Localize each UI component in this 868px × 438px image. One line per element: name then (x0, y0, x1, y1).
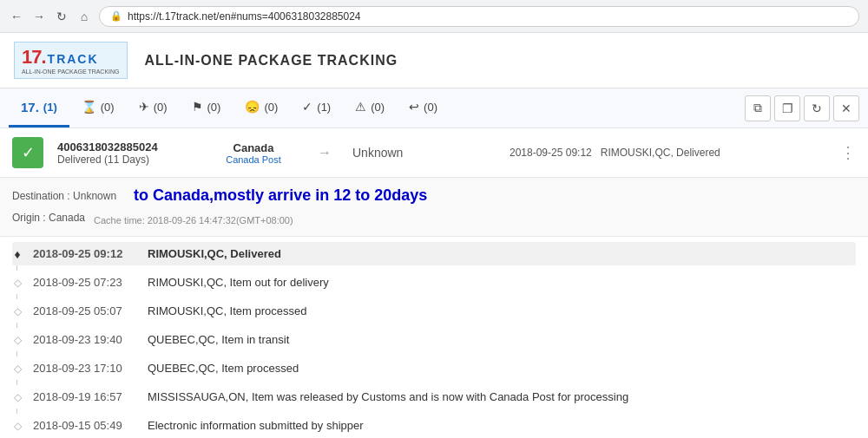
tab-returned-count: (0) (424, 101, 437, 114)
tab-bar: 17. (1) ⌛ (0) ✈ (0) ⚑ (0) 😞 (0) ✓ (1) ⚠ … (0, 88, 868, 128)
tab-actions: ⧉ ❐ ↻ ✕ (745, 95, 859, 121)
timeline-item: ◇2018-09-15 05:49Electronic information … (12, 414, 856, 437)
timeline-description: RIMOUSKI,QC, Item processed (148, 304, 307, 317)
timeline-time: 2018-09-19 16:57 (33, 390, 137, 403)
timeline: ♦2018-09-25 09:12RIMOUSKI,QC, Delivered◇… (0, 237, 868, 438)
timeline-item: ◇2018-09-25 07:23RIMOUSKI,QC, Item out f… (12, 271, 856, 294)
dot-empty-icon: ◇ (12, 392, 23, 402)
tab-alert-icon: ⚠ (355, 100, 366, 114)
event-location: RIMOUSKI,QC, Delivered (601, 147, 720, 159)
timeline-description: RIMOUSKI,QC, Item out for delivery (148, 276, 329, 289)
tab-action-save[interactable]: ❐ (774, 95, 800, 121)
timeline-item: ♦2018-09-25 09:12RIMOUSKI,QC, Delivered (12, 242, 856, 265)
cache-info: Cache time: 2018-09-26 14:47:32(GMT+08:0… (94, 215, 293, 227)
tab-all-count: (1) (43, 101, 57, 114)
tab-in-transit[interactable]: ✈ (0) (127, 88, 180, 127)
destination-info: Destination : Unknown (12, 190, 116, 202)
site-header: 17. TRACK ALL-IN-ONE PACKAGE TRACKING AL… (0, 33, 868, 88)
tab-pending-icon: ⌛ (82, 100, 96, 114)
tab-transit-count: (0) (154, 101, 168, 114)
site-title: ALL-IN-ONE PACKAGE TRACKING (145, 53, 398, 69)
detail-section: Destination : Unknown to Canada,mostly a… (0, 178, 868, 237)
timeline-description: Electronic information submitted by ship… (148, 419, 364, 432)
main-content: ✓ 4006318032885024 Delivered (11 Days) C… (0, 128, 868, 438)
timeline-time: 2018-09-23 17:10 (33, 362, 137, 375)
logo-box: 17. TRACK ALL-IN-ONE PACKAGE TRACKING (14, 42, 128, 79)
expand-button[interactable]: ⋮ (840, 143, 856, 162)
tab-undelivered-icon: 😞 (245, 100, 260, 114)
timeline-description: QUEBEC,QC, Item processed (148, 362, 299, 375)
carrier-service: Canada Post (210, 154, 297, 165)
timeline-item: ◇2018-09-25 05:07RIMOUSKI,QC, Item proce… (12, 299, 856, 323)
dot-filled-icon: ♦ (12, 249, 23, 259)
browser-bar: ← → ↻ ⌂ 🔒 https://t.17track.net/en#nums=… (0, 0, 868, 33)
timeline-item: ◇2018-09-23 17:10QUEBEC,QC, Item process… (12, 356, 856, 380)
tab-returned[interactable]: ↩ (0) (397, 88, 450, 127)
address-bar[interactable]: 🔒 https://t.17track.net/en#nums=40063180… (99, 6, 859, 27)
timeline-time: 2018-09-25 09:12 (33, 247, 137, 260)
logo-subtitle: ALL-IN-ONE PACKAGE TRACKING (22, 69, 120, 75)
tab-delivered[interactable]: ✓ (1) (290, 88, 343, 127)
tracking-status: Delivered (11 Days) (57, 154, 196, 166)
tab-returned-icon: ↩ (409, 100, 419, 114)
tab-pending[interactable]: ⌛ (0) (69, 88, 127, 127)
tracking-info: 4006318032885024 Delivered (11 Days) (57, 141, 196, 166)
reload-button[interactable]: ↻ (54, 9, 69, 24)
timeline-description: RIMOUSKI,QC, Delivered (148, 247, 281, 260)
tab-pending-count: (0) (101, 101, 115, 114)
lock-icon: 🔒 (110, 10, 122, 22)
package-row: ✓ 4006318032885024 Delivered (11 Days) C… (0, 128, 868, 178)
dot-empty-icon: ◇ (12, 306, 23, 317)
tab-pickup-count: (0) (207, 101, 221, 114)
tracking-number: 4006318032885024 (57, 141, 196, 154)
tab-delivered-count: (1) (317, 101, 331, 114)
carrier-name: Canada (210, 141, 297, 154)
destination: Unknown (352, 146, 422, 160)
timeline-description: QUEBEC,QC, Item in transit (148, 333, 289, 346)
status-delivered-icon: ✓ (12, 137, 43, 168)
tab-all[interactable]: 17. (1) (9, 88, 69, 127)
tab-pickup-icon: ⚑ (192, 100, 203, 114)
event-info: 2018-09-25 09:12 RIMOUSKI,QC, Delivered (510, 147, 753, 159)
dot-empty-icon: ◇ (12, 335, 23, 345)
timeline-item: ◇2018-09-23 19:40QUEBEC,QC, Item in tran… (12, 328, 856, 351)
tab-all-icon: 17. (21, 100, 39, 114)
forward-button[interactable]: → (31, 9, 47, 24)
dot-empty-icon: ◇ (12, 363, 23, 374)
back-button[interactable]: ← (9, 9, 24, 24)
tab-alert-count: (0) (371, 101, 385, 114)
tab-transit-icon: ✈ (139, 100, 149, 114)
home-button[interactable]: ⌂ (76, 9, 92, 24)
dot-empty-icon: ◇ (12, 421, 23, 431)
logo-area: 17. TRACK ALL-IN-ONE PACKAGE TRACKING (14, 42, 128, 79)
tab-undelivered-count: (0) (264, 101, 278, 114)
carrier-info: Canada Canada Post (210, 141, 297, 165)
timeline-time: 2018-09-23 19:40 (33, 333, 137, 346)
logo-17: 17. (22, 46, 46, 69)
tab-action-copy[interactable]: ⧉ (745, 95, 771, 121)
logo-track: TRACK (48, 52, 99, 66)
timeline-description: MISSISSAUGA,ON, Item was released by Cus… (148, 390, 628, 403)
timeline-time: 2018-09-15 05:49 (33, 419, 137, 432)
timeline-time: 2018-09-25 07:23 (33, 276, 137, 289)
tab-pickup[interactable]: ⚑ (0) (180, 88, 233, 127)
promo-text: to Canada,mostly arrive in 12 to 20days (134, 186, 427, 205)
arrow-icon: → (318, 145, 332, 160)
origin-info: Origin : Canada (12, 212, 85, 224)
tab-delivered-icon: ✓ (302, 100, 312, 114)
tab-alert[interactable]: ⚠ (0) (343, 88, 397, 127)
tab-action-close[interactable]: ✕ (833, 95, 859, 121)
timeline-time: 2018-09-25 05:07 (33, 304, 137, 317)
tab-undelivered[interactable]: 😞 (0) (233, 88, 290, 127)
tab-action-refresh[interactable]: ↻ (804, 95, 830, 121)
event-time: 2018-09-25 09:12 (510, 147, 592, 159)
dot-empty-icon: ◇ (12, 278, 23, 288)
url-text: https://t.17track.net/en#nums=4006318032… (128, 10, 361, 23)
timeline-item: ◇2018-09-19 16:57MISSISSAUGA,ON, Item wa… (12, 385, 856, 409)
